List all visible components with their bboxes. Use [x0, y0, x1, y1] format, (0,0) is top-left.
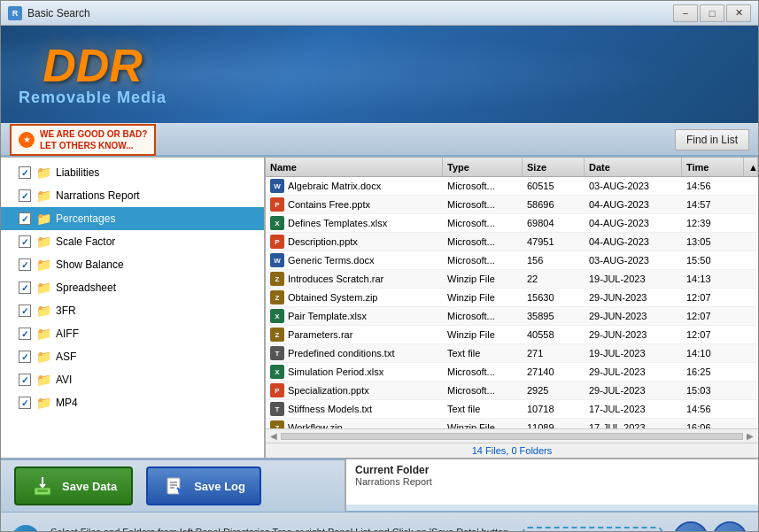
file-type-icon: T [270, 346, 284, 360]
file-type: Microsoft... [443, 214, 523, 232]
file-time: 15:50 [682, 251, 744, 269]
file-row[interactable]: T Stiffness Models.txt Text file 10718 1… [266, 400, 758, 419]
file-row[interactable]: P Description.pptx Microsoft... 47951 04… [266, 233, 758, 251]
file-list-body[interactable]: W Algebraic Matrix.docx Microsoft... 605… [266, 177, 758, 428]
title-bar: R Basic Search − □ ✕ [1, 1, 758, 26]
file-type: Winzip File [443, 326, 523, 343]
col-size[interactable]: Size [523, 158, 585, 176]
tree-item[interactable]: 📁 MP4 [1, 391, 264, 414]
file-row[interactable]: P Contains Free.pptx Microsoft... 58696 … [266, 196, 758, 214]
back-button[interactable]: ◀ [673, 521, 709, 532]
tree-checkbox[interactable] [19, 212, 31, 225]
tree-item[interactable]: 📁 AIFF [1, 322, 264, 345]
save-log-icon [162, 474, 187, 498]
maximize-button[interactable]: □ [700, 4, 724, 22]
file-type-icon: P [270, 235, 284, 249]
file-row[interactable]: P Specialization.pptx Microsoft... 2925 … [266, 382, 758, 400]
folder-icon: 📁 [36, 212, 51, 226]
tree-item[interactable]: 📁 ASF [1, 345, 264, 368]
file-type: Winzip File [443, 289, 523, 306]
file-row[interactable]: W Generic Terms.docx Microsoft... 156 03… [266, 251, 758, 270]
col-name[interactable]: Name [266, 158, 443, 176]
file-name: Z Parameters.rar [266, 326, 443, 343]
file-name: W Generic Terms.docx [266, 251, 443, 269]
we-are-good-text: WE ARE GOOD OR BAD? LET OTHERS KNOW... [40, 128, 147, 151]
save-log-button[interactable]: Save Log [146, 466, 261, 505]
file-date: 04-AUG-2023 [585, 233, 682, 251]
svg-rect-1 [37, 490, 48, 492]
file-row[interactable]: W Algebraic Matrix.docx Microsoft... 605… [266, 177, 758, 196]
file-name: W Algebraic Matrix.docx [266, 177, 443, 195]
tree-checkbox[interactable] [19, 281, 31, 294]
folder-icon: 📁 [36, 258, 51, 272]
tree-checkbox[interactable] [19, 328, 31, 340]
file-row[interactable]: X Defines Templates.xlsx Microsoft... 69… [266, 214, 758, 233]
minimize-button[interactable]: − [673, 4, 698, 22]
find-in-list-button[interactable]: Find in List [675, 129, 749, 150]
tree-scroll[interactable]: 📁 Liabilities 📁 Narrations Report 📁 Perc… [1, 158, 264, 458]
tree-checkbox[interactable] [19, 305, 31, 317]
file-type: Microsoft... [443, 177, 523, 195]
file-time: 12:07 [682, 307, 744, 325]
tree-checkbox[interactable] [19, 351, 31, 363]
file-row[interactable]: Z Workflow.zip Winzip File 11089 17-JUL-… [266, 419, 758, 428]
tree-checkbox[interactable] [19, 166, 31, 179]
logo-section: DDR Removable Media [19, 42, 167, 107]
tree-item[interactable]: 📁 Percentages [1, 207, 264, 230]
tree-item-label: ASF [56, 351, 76, 363]
we-are-good-button[interactable]: ★ WE ARE GOOD OR BAD? LET OTHERS KNOW... [10, 124, 156, 156]
file-time: 15:03 [682, 382, 744, 399]
tree-item[interactable]: 📁 Scale Factor [1, 230, 264, 253]
file-type-icon: P [270, 197, 284, 212]
folder-icon: 📁 [36, 281, 51, 295]
file-size: 40558 [523, 326, 585, 343]
tree-checkbox[interactable] [19, 374, 31, 386]
file-type-icon: Z [270, 420, 284, 428]
file-row[interactable]: Z Obtained System.zip Winzip File 15630 … [266, 289, 758, 307]
current-folder-area: Current Folder Narrations Report [346, 459, 758, 505]
col-time[interactable]: Time [682, 158, 744, 176]
tree-item[interactable]: 📁 AVI [1, 368, 264, 391]
file-row[interactable]: X Simulation Period.xlsx Microsoft... 27… [266, 363, 758, 382]
window-title: Basic Search [27, 7, 673, 19]
tree-item[interactable]: 📁 Liabilities [1, 161, 264, 184]
tree-item-label: Narrations Report [56, 189, 140, 202]
save-data-button[interactable]: Save Data [14, 466, 133, 505]
file-list-header: Name Type Size Date Time ▲ [266, 158, 758, 177]
tree-checkbox[interactable] [19, 258, 31, 271]
close-button[interactable]: ✕ [726, 4, 751, 22]
current-folder-value: Narrations Report [355, 476, 749, 487]
file-time: 14:56 [682, 400, 744, 418]
file-row[interactable]: X Pair Template.xlsx Microsoft... 35895 … [266, 307, 758, 326]
file-row[interactable]: Z Parameters.rar Winzip File 40558 29-JU… [266, 326, 758, 344]
file-time: 14:56 [682, 177, 744, 195]
tree-checkbox[interactable] [19, 397, 31, 409]
forward-button[interactable]: ▶ [712, 521, 747, 532]
folder-icon: 📁 [36, 373, 51, 387]
file-name: T Predefined conditions.txt [266, 344, 443, 362]
file-type-icon: X [270, 365, 284, 379]
file-name: Z Introduces Scratch.rar [266, 270, 443, 288]
sim-recovery-brand: SimRecovery.org [523, 527, 662, 533]
window-controls: − □ ✕ [673, 4, 751, 22]
file-name: X Pair Template.xlsx [266, 307, 443, 325]
file-time: 12:39 [682, 214, 744, 232]
file-row[interactable]: T Predefined conditions.txt Text file 27… [266, 344, 758, 363]
file-name: X Simulation Period.xlsx [266, 363, 443, 381]
tree-checkbox[interactable] [19, 189, 31, 202]
file-type-icon: W [270, 179, 284, 193]
tree-item[interactable]: 📁 Narrations Report [1, 184, 264, 207]
file-row[interactable]: Z Introduces Scratch.rar Winzip File 22 … [266, 270, 758, 289]
tree-item[interactable]: 📁 Spreadsheet [1, 276, 264, 299]
col-date[interactable]: Date [585, 158, 682, 176]
file-type: Microsoft... [443, 251, 523, 269]
file-size: 156 [523, 251, 585, 269]
col-type[interactable]: Type [443, 158, 523, 176]
tree-item[interactable]: 📁 Show Balance [1, 253, 264, 276]
file-type-icon: Z [270, 328, 284, 342]
file-type-icon: X [270, 309, 284, 323]
tree-checkbox[interactable] [19, 235, 31, 248]
tree-item[interactable]: 📁 3FR [1, 299, 264, 322]
file-size: 11089 [523, 419, 585, 428]
file-size: 27140 [523, 363, 585, 381]
